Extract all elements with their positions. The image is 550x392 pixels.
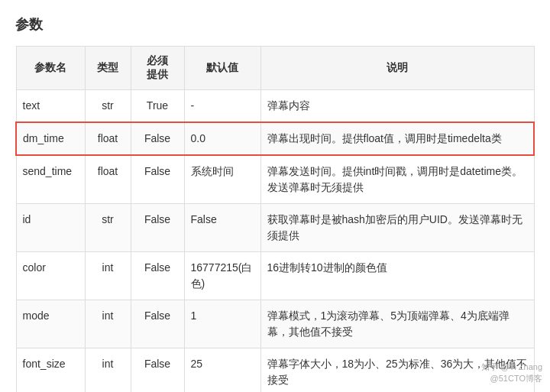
page-title: 参数 xyxy=(15,15,535,34)
params-table: 参数名 类型 必须 提供 默认值 说明 textstrTrue-弹幕内容dm_t… xyxy=(15,46,535,392)
watermark-line2: @51CTO博客 xyxy=(481,373,542,384)
table-header-row: 参数名 类型 必须 提供 默认值 说明 xyxy=(16,47,534,90)
col-header-desc: 说明 xyxy=(260,47,534,90)
table-row: colorintFalse16777215(白色)16进制转10进制的颜色值 xyxy=(16,252,534,300)
watermark-line1: 知乎 @Yi Zhang xyxy=(481,361,542,373)
col-header-required: 必须 提供 xyxy=(131,47,184,90)
table-row: modeintFalse1弹幕模式，1为滚动弹幕、5为顶端弹幕、4为底端弹幕，其… xyxy=(16,300,534,348)
table-row: send_timefloatFalse系统时间弹幕发送时间。提供int时间戳，调… xyxy=(16,155,534,204)
col-header-type: 类型 xyxy=(85,47,131,90)
table-row: idstrFalseFalse获取弹幕时是被hash加密后的用户UID。发送弹幕… xyxy=(16,204,534,252)
table-row: dm_timefloatFalse0.0弹幕出现时间。提供float值，调用时是… xyxy=(16,122,534,155)
watermark: 知乎 @Yi Zhang @51CTO博客 xyxy=(481,361,542,384)
col-header-default: 默认值 xyxy=(184,47,260,90)
table-row: textstrTrue-弹幕内容 xyxy=(16,90,534,123)
table-row: font_sizeintFalse25弹幕字体大小，18为小、25为标准、36为… xyxy=(16,348,534,393)
col-header-name: 参数名 xyxy=(16,47,85,90)
